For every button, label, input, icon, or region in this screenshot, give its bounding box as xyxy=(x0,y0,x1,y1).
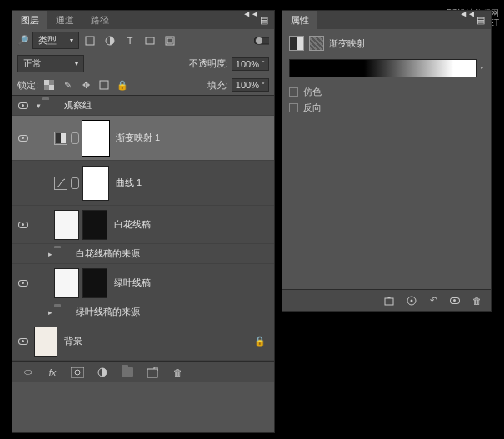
reset-icon[interactable]: ↶ xyxy=(426,293,441,308)
layer-list: ▾ 观察组 渐变映射 1 曲线 1 xyxy=(12,96,274,361)
layer-name[interactable]: 白花线稿的来源 xyxy=(76,247,140,260)
visibility-toggle[interactable] xyxy=(18,222,28,228)
filter-shape-icon[interactable] xyxy=(142,33,157,48)
layer-mask-thumb[interactable] xyxy=(82,166,109,201)
chevron-down-icon: ˅ xyxy=(262,60,265,67)
panel-menu-icon[interactable]: ▤ xyxy=(257,15,271,26)
fx-icon[interactable]: fx xyxy=(44,365,61,380)
new-adjustment-icon[interactable] xyxy=(94,365,111,380)
svg-rect-2 xyxy=(146,37,154,44)
filter-kind-label: 类型 xyxy=(38,34,57,47)
layer-name[interactable]: 背景 xyxy=(64,335,82,347)
mask-icon[interactable] xyxy=(309,36,324,51)
collapse-icon[interactable]: ◄◄ xyxy=(459,9,476,18)
blend-mode-select[interactable]: 正常 ▾ xyxy=(17,55,84,72)
link-icon[interactable] xyxy=(71,177,79,189)
layer-curves[interactable]: 曲线 1 xyxy=(12,161,274,206)
layer-mask-thumb[interactable] xyxy=(82,268,107,298)
svg-rect-0 xyxy=(86,37,94,45)
previous-state-icon[interactable] xyxy=(404,293,419,308)
checkbox-icon[interactable] xyxy=(289,87,298,97)
panel-menu-icon[interactable]: ▤ xyxy=(474,15,487,26)
svg-rect-8 xyxy=(44,80,49,85)
layer-thumb[interactable] xyxy=(54,268,79,298)
visibility-toggle[interactable] xyxy=(18,135,28,142)
add-mask-icon[interactable] xyxy=(69,365,86,380)
opacity-input[interactable]: 100% ˅ xyxy=(232,57,269,71)
curves-adjust-icon xyxy=(54,177,67,190)
layer-name[interactable]: 绿叶线稿的来源 xyxy=(76,306,140,318)
filter-row: 🔎 类型 ▾ T xyxy=(12,29,274,52)
tab-properties[interactable]: 属性 xyxy=(282,11,317,30)
layer-gradient-map[interactable]: 渐变映射 1 xyxy=(12,116,274,161)
layer-group-greenleaf-src[interactable]: ▸ 绿叶线稿的来源 xyxy=(12,302,274,322)
svg-rect-16 xyxy=(147,369,157,377)
svg-rect-9 xyxy=(49,85,54,90)
svg-rect-13 xyxy=(71,367,84,377)
chevron-down-icon: ˅ xyxy=(262,82,265,89)
properties-panel: ◄◄ 属性 ▤ 渐变映射 ˅ 仿色 反向 ↶ 🗑 xyxy=(282,10,492,312)
search-icon: 🔎 xyxy=(17,35,29,46)
layer-name[interactable]: 曲线 1 xyxy=(116,177,142,189)
properties-footer: ↶ 🗑 xyxy=(282,289,491,311)
filter-type-icon[interactable]: T xyxy=(122,33,137,48)
delete-icon[interactable]: 🗑 xyxy=(469,293,484,308)
lock-artboard-icon[interactable] xyxy=(97,77,112,92)
layers-panel: ◄◄ 图层 通道 路径 ▤ 🔎 类型 ▾ T 正常 ▾ 不透明度: 100% xyxy=(12,10,275,433)
link-layers-icon[interactable]: ⬭ xyxy=(19,365,36,380)
reverse-checkbox-row[interactable]: 反向 xyxy=(289,102,484,114)
toggle-visibility-icon[interactable] xyxy=(447,293,462,308)
layer-thumb[interactable] xyxy=(34,327,57,357)
layer-mask-thumb[interactable] xyxy=(82,121,109,156)
gradient-preview[interactable] xyxy=(289,59,477,77)
layer-name[interactable]: 观察组 xyxy=(64,99,92,112)
svg-rect-4 xyxy=(167,38,172,43)
clip-to-layer-icon[interactable] xyxy=(382,293,397,308)
layers-tab-bar: 图层 通道 路径 ▤ xyxy=(12,11,274,29)
properties-title: 渐变映射 xyxy=(329,37,366,50)
visibility-toggle[interactable] xyxy=(18,280,28,287)
lock-all-icon[interactable]: 🔒 xyxy=(115,77,130,92)
delete-icon[interactable]: 🗑 xyxy=(169,365,186,380)
visibility-toggle[interactable] xyxy=(18,338,28,345)
layer-name[interactable]: 渐变映射 1 xyxy=(116,132,160,144)
tab-paths[interactable]: 路径 xyxy=(82,11,117,30)
lock-pixels-icon[interactable]: ✎ xyxy=(60,77,75,92)
twirl-right-icon[interactable]: ▸ xyxy=(46,308,54,317)
layer-greenleaf[interactable]: 绿叶线稿 xyxy=(12,264,274,302)
new-layer-icon[interactable] xyxy=(144,365,161,380)
filter-toggle-switch[interactable] xyxy=(254,33,269,48)
layer-name[interactable]: 白花线稿 xyxy=(114,218,151,231)
tab-channels[interactable]: 通道 xyxy=(47,11,82,30)
filter-smart-icon[interactable] xyxy=(162,33,177,48)
layer-whiteflower[interactable]: 白花线稿 xyxy=(12,206,274,244)
layer-group[interactable]: ▾ 观察组 xyxy=(12,96,274,116)
twirl-down-icon[interactable]: ▾ xyxy=(34,102,42,110)
chevron-down-icon: ▾ xyxy=(70,37,73,44)
link-icon[interactable] xyxy=(71,132,79,144)
twirl-right-icon[interactable]: ▸ xyxy=(46,250,54,258)
opacity-label: 不透明度: xyxy=(189,57,228,70)
lock-position-icon[interactable]: ✥ xyxy=(78,77,93,92)
filter-pixel-icon[interactable] xyxy=(82,33,97,48)
lock-transparent-icon[interactable] xyxy=(42,77,57,92)
fill-value: 100% xyxy=(236,80,259,90)
svg-rect-12 xyxy=(61,133,66,143)
filter-adjust-icon[interactable] xyxy=(102,33,117,48)
layer-name[interactable]: 绿叶线稿 xyxy=(114,277,151,289)
fill-input[interactable]: 100% ˅ xyxy=(232,78,269,92)
chevron-down-icon: ▾ xyxy=(75,60,78,67)
dither-checkbox-row[interactable]: 仿色 xyxy=(289,86,484,98)
tab-layers[interactable]: 图层 xyxy=(12,11,47,30)
layer-mask-thumb[interactable] xyxy=(82,210,107,240)
layer-background[interactable]: 背景 🔒 xyxy=(12,322,274,361)
new-group-icon[interactable] xyxy=(119,365,136,380)
layer-thumb[interactable] xyxy=(54,210,79,240)
checkbox-icon[interactable] xyxy=(289,103,298,112)
visibility-toggle[interactable] xyxy=(18,102,28,109)
filter-kind-select[interactable]: 类型 ▾ xyxy=(32,32,79,49)
layer-group-whiteflower-src[interactable]: ▸ 白花线稿的来源 xyxy=(12,244,274,264)
gradient-picker-chevron[interactable]: ˅ xyxy=(480,67,484,75)
collapse-icon[interactable]: ◄◄ xyxy=(242,9,259,18)
lock-icon[interactable]: 🔒 xyxy=(252,334,267,349)
